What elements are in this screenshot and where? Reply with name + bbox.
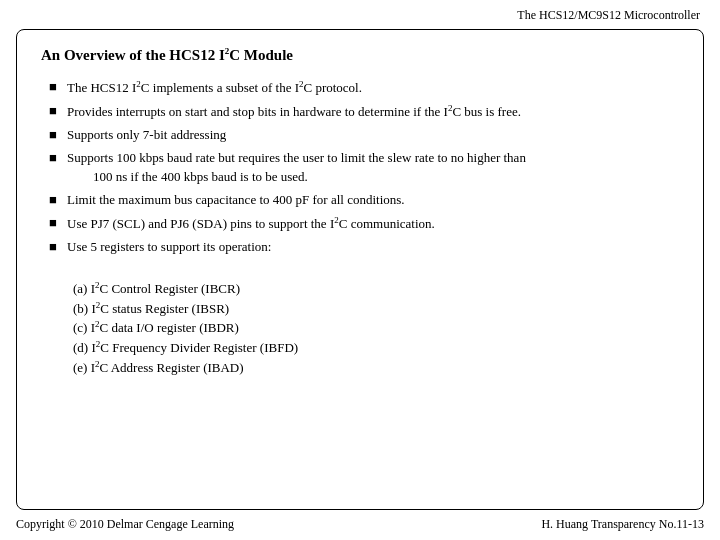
top-header: The HCS12/MC9S12 Microcontroller xyxy=(16,8,704,23)
main-bullet-list: ■ The HCS12 I2C implements a subset of t… xyxy=(49,78,679,261)
bullet-item-1: ■ The HCS12 I2C implements a subset of t… xyxy=(49,78,679,98)
sub-item-e: (e) I2C Address Register (IBAD) xyxy=(73,358,679,378)
bullet-item-4: ■ Supports 100 kbps baud rate but requir… xyxy=(49,149,679,187)
footer-left: Copyright © 2010 Delmar Cengage Learning xyxy=(16,517,234,532)
sub-item-list: (a) I2C Control Register (IBCR) (b) I2C … xyxy=(73,279,679,378)
bullet-item-3: ■ Supports only 7-bit addressing xyxy=(49,126,679,145)
bullet-item-5: ■ Limit the maximum bus capacitance to 4… xyxy=(49,191,679,210)
bullet-item-2: ■ Provides interrupts on start and stop … xyxy=(49,102,679,122)
bullet-symbol: ■ xyxy=(49,191,63,210)
content-box: An Overview of the HCS12 I2C Module ■ Th… xyxy=(16,29,704,510)
bullet-symbol: ■ xyxy=(49,214,63,233)
sub-item-d: (d) I2C Frequency Divider Register (IBFD… xyxy=(73,338,679,358)
bullet-symbol: ■ xyxy=(49,78,63,97)
footer-right: H. Huang Transparency No.11-13 xyxy=(541,517,704,532)
bullet-symbol: ■ xyxy=(49,102,63,121)
footer: Copyright © 2010 Delmar Cengage Learning… xyxy=(16,517,704,532)
sub-item-c: (c) I2C data I/O register (IBDR) xyxy=(73,318,679,338)
bullet-symbol: ■ xyxy=(49,126,63,145)
section-title: An Overview of the HCS12 I2C Module xyxy=(41,46,679,64)
sub-item-b: (b) I2C status Register (IBSR) xyxy=(73,299,679,319)
bullet-item-6: ■ Use PJ7 (SCL) and PJ6 (SDA) pins to su… xyxy=(49,214,679,234)
sub-item-a: (a) I2C Control Register (IBCR) xyxy=(73,279,679,299)
bullet-item-7: ■ Use 5 registers to support its operati… xyxy=(49,238,679,257)
bullet-symbol: ■ xyxy=(49,149,63,168)
page-container: The HCS12/MC9S12 Microcontroller An Over… xyxy=(0,0,720,540)
header-title: The HCS12/MC9S12 Microcontroller xyxy=(517,8,700,22)
bullet-symbol: ■ xyxy=(49,238,63,257)
